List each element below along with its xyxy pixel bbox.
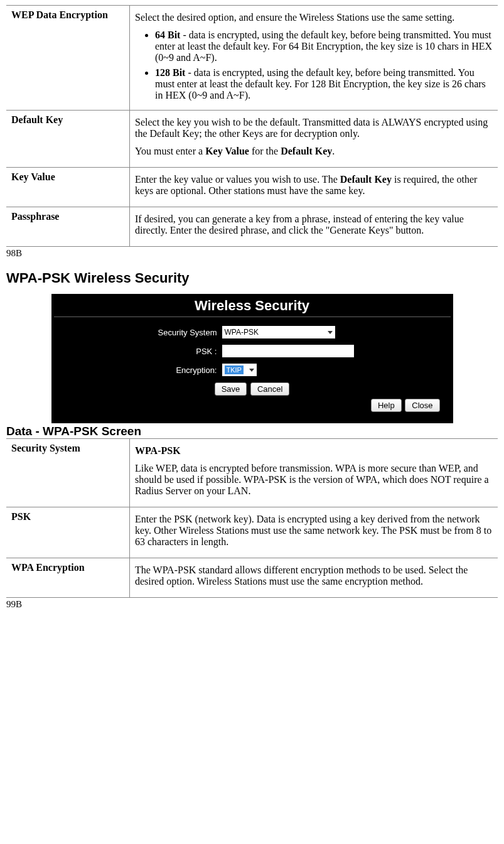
form-row-psk: PSK :	[148, 345, 451, 357]
section-heading-wpa-psk: WPA-PSK Wireless Security	[6, 270, 498, 286]
save-button[interactable]: Save	[215, 382, 247, 396]
bullet-text: - data is encrypted, using the default k…	[155, 67, 486, 100]
page-marker: 98B	[6, 248, 498, 259]
row-value: Enter the PSK (network key). Data is enc…	[130, 507, 498, 558]
row-key: Security System	[6, 439, 130, 507]
button-row-primary: Save Cancel	[54, 382, 451, 396]
figure-wrapper: Wireless Security Security System WPA-PS…	[6, 294, 498, 423]
row-key: Default Key	[6, 111, 130, 168]
row-key: Key Value	[6, 168, 130, 207]
chevron-down-icon	[328, 331, 333, 334]
table-row: PSK Enter the PSK (network key). Data is…	[6, 507, 498, 558]
row-value: Select the desired option, and ensure th…	[130, 6, 498, 111]
paragraph: Enter the PSK (network key). Data is enc…	[135, 514, 493, 548]
row-value: WPA-PSK Like WEP, data is encrypted befo…	[130, 439, 498, 507]
table-row: Security System WPA-PSK Like WEP, data i…	[6, 439, 498, 507]
row-value: The WPA-PSK standard allows different en…	[130, 558, 498, 598]
wpa-psk-data-table: Security System WPA-PSK Like WEP, data i…	[6, 438, 498, 598]
psk-input[interactable]	[222, 345, 354, 357]
paragraph: You must enter a Key Value for the Defau…	[135, 146, 493, 157]
paragraph: Select the key you wish to be the defaul…	[135, 117, 493, 139]
security-system-select[interactable]: WPA-PSK	[222, 326, 335, 338]
table-row: WPA Encryption The WPA-PSK standard allo…	[6, 558, 498, 598]
paragraph: Like WEP, data is encrypted before trans…	[135, 463, 493, 497]
label-security-system: Security System	[148, 328, 222, 337]
row-key: WPA Encryption	[6, 558, 130, 598]
encryption-select[interactable]: TKIP	[222, 364, 257, 376]
table-row: Key Value Enter the key value or values …	[6, 168, 498, 207]
form-row-encryption: Encryption: TKIP	[148, 364, 451, 376]
value-title: WPA-PSK	[135, 445, 493, 457]
paragraph: Enter the key value or values you wish t…	[135, 174, 493, 197]
subsection-heading-data: Data - WPA-PSK Screen	[6, 425, 498, 438]
table-row: WEP Data Encryption Select the desired o…	[6, 6, 498, 111]
list-item: 64 Bit - data is encrypted, using the de…	[155, 30, 493, 63]
row-value: Select the key you wish to be the defaul…	[130, 111, 498, 168]
row-key: Passphrase	[6, 207, 130, 247]
table-row: Default Key Select the key you wish to b…	[6, 111, 498, 168]
bullet-bold: 128 Bit	[155, 67, 185, 78]
paragraph: The WPA-PSK standard allows different en…	[135, 565, 493, 587]
bullet-list: 64 Bit - data is encrypted, using the de…	[135, 30, 493, 101]
row-key: PSK	[6, 507, 130, 558]
cancel-button[interactable]: Cancel	[250, 382, 289, 396]
list-item: 128 Bit - data is encrypted, using the d…	[155, 67, 493, 101]
wireless-security-screenshot: Wireless Security Security System WPA-PS…	[51, 294, 453, 423]
label-encryption: Encryption:	[148, 365, 222, 375]
select-value: WPA-PSK	[225, 328, 259, 337]
help-button[interactable]: Help	[371, 399, 402, 412]
panel-body: Security System WPA-PSK PSK : Encryption…	[54, 317, 451, 396]
select-value: TKIP	[225, 365, 244, 374]
form-row-security-system: Security System WPA-PSK	[148, 326, 451, 338]
intro-text: Select the desired option, and ensure th…	[135, 12, 493, 23]
chevron-down-icon	[249, 369, 254, 372]
close-button[interactable]: Close	[405, 399, 439, 412]
button-row-secondary: Help Close	[370, 399, 441, 412]
row-value: If desired, you can generate a key from …	[130, 207, 498, 247]
paragraph: If desired, you can generate a key from …	[135, 214, 493, 236]
panel-title: Wireless Security	[54, 296, 451, 317]
row-value: Enter the key value or values you wish t…	[130, 168, 498, 207]
bullet-text: - data is encrypted, using the default k…	[155, 30, 492, 63]
wep-options-table: WEP Data Encryption Select the desired o…	[6, 5, 498, 247]
bullet-bold: 64 Bit	[155, 30, 180, 40]
row-key: WEP Data Encryption	[6, 6, 130, 111]
label-psk: PSK :	[148, 347, 222, 356]
table-row: Passphrase If desired, you can generate …	[6, 207, 498, 247]
page-marker: 99B	[6, 599, 498, 610]
